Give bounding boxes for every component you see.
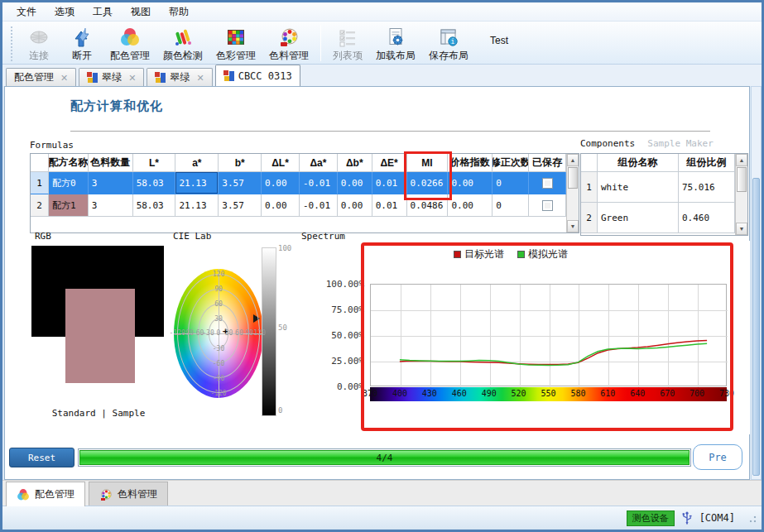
- column-header[interactable]: 组份名称: [598, 154, 679, 172]
- x-tick-label: 580: [565, 389, 591, 398]
- x-tick-label: 730: [714, 389, 740, 398]
- load-layout-icon: [385, 26, 406, 49]
- color-manage-button[interactable]: 色彩管理: [209, 23, 262, 63]
- scroll-down-icon[interactable]: ▼: [736, 223, 747, 235]
- components-tabs: Components Sample Maker: [580, 138, 714, 149]
- tab-cbcc-0313[interactable]: CBCC 0313: [215, 65, 300, 86]
- close-icon[interactable]: ✕: [60, 74, 68, 82]
- cielab-tick-label: 60: [207, 300, 230, 308]
- scroll-down-icon[interactable]: ▼: [567, 220, 579, 232]
- tab-color-matching[interactable]: 配色管理 ✕: [6, 68, 76, 86]
- menu-item[interactable]: 选项: [46, 2, 84, 21]
- x-tick-label: 610: [594, 389, 621, 398]
- pre-button[interactable]: Pre: [693, 444, 742, 470]
- menu-item[interactable]: 帮助: [160, 2, 198, 21]
- save-layout-button[interactable]: i 保存布局: [422, 23, 475, 63]
- column-header[interactable]: ΔL*: [262, 154, 300, 172]
- toolbar-label: 连接: [29, 49, 49, 62]
- column-header[interactable]: Δa*: [300, 154, 338, 172]
- scrollbar-thumb[interactable]: [752, 178, 760, 476]
- formula-row[interactable]: 2配方1358.0321.133.570.00-0.010.000.010.04…: [31, 194, 566, 217]
- formula-name-cell: 配方1: [49, 194, 89, 217]
- column-header[interactable]: b*: [219, 154, 262, 172]
- column-header[interactable]: 色料数量: [89, 154, 133, 172]
- component-row[interactable]: 2Green0.460: [581, 203, 735, 233]
- sample-maker-tab[interactable]: Sample Maker: [647, 138, 713, 149]
- colorant-manage-button[interactable]: 色料管理: [262, 23, 315, 63]
- column-header[interactable]: a*: [175, 154, 219, 172]
- cielab-tick-label: 90: [207, 285, 230, 293]
- toolbar-label: 列表项: [333, 49, 363, 62]
- checkbox[interactable]: [542, 200, 553, 211]
- column-header[interactable]: 修正次数: [493, 154, 529, 172]
- tab-cuilv-1[interactable]: 翠绿 ✕: [79, 68, 144, 86]
- legend-swatch: [454, 251, 461, 258]
- save-layout-icon: i: [438, 26, 459, 49]
- disconnect-button[interactable]: 断开: [60, 23, 103, 63]
- title-divider: [70, 131, 710, 132]
- progress-bar: 4/4: [78, 448, 691, 467]
- toolbar: 连接 断开 配色管理 颜色检测: [2, 22, 762, 65]
- components-scrollbar[interactable]: ▲ ▼: [735, 154, 747, 235]
- table-cell: 0.00: [448, 194, 493, 217]
- column-header[interactable]: [581, 154, 598, 172]
- checkbox[interactable]: [542, 178, 553, 189]
- formulas-panel-label: Formulas: [30, 140, 74, 151]
- close-icon[interactable]: ✕: [128, 74, 136, 82]
- column-header[interactable]: Δb*: [338, 154, 372, 172]
- x-tick-label: 400: [387, 389, 413, 398]
- table-cell: 0.01: [372, 172, 407, 194]
- table-cell: 0.0486: [407, 194, 449, 217]
- component-row[interactable]: 1white75.016: [581, 172, 735, 203]
- x-tick-label: 670: [654, 389, 680, 398]
- toolbar-label: 色彩管理: [216, 49, 256, 62]
- scrollbar-thumb[interactable]: [737, 167, 747, 192]
- components-tab-active[interactable]: Components: [580, 138, 635, 149]
- color-matching-button[interactable]: 配色管理: [103, 23, 156, 63]
- menu-item[interactable]: 文件: [7, 2, 46, 21]
- connect-button[interactable]: 连接: [17, 23, 60, 63]
- table-cell: 0.00: [448, 172, 493, 194]
- x-tick-label: 550: [536, 389, 562, 398]
- formula-row[interactable]: 1配方0358.0321.133.570.00-0.010.000.010.02…: [31, 172, 566, 194]
- x-tick-label: 520: [506, 389, 532, 398]
- spectrum-panel: 目标光谱模拟光谱 100.00%75.00%50.00%25.00%0.00% …: [296, 241, 750, 434]
- reset-button[interactable]: Reset: [9, 448, 74, 467]
- table-cell: 3: [89, 172, 133, 194]
- x-tick-label: 370: [357, 389, 383, 398]
- x-tick-label: 700: [684, 389, 710, 398]
- load-layout-button[interactable]: 加载布局: [369, 23, 422, 63]
- x-tick-label: 490: [476, 389, 502, 398]
- table-cell: -0.01: [300, 172, 338, 194]
- formula-name-cell: 配方0: [49, 172, 89, 194]
- formulas-scrollbar[interactable]: ▲ ▼: [566, 154, 579, 232]
- color-detect-button[interactable]: 颜色检测: [156, 23, 209, 63]
- column-header[interactable]: 配方名称: [49, 154, 89, 172]
- saved-cell: [529, 172, 566, 194]
- main-scrollbar[interactable]: [751, 86, 762, 480]
- column-header[interactable]: 价格指数: [448, 154, 493, 172]
- table-cell: 0.0266: [407, 172, 449, 194]
- column-header[interactable]: 已保存: [529, 154, 566, 172]
- scrollbar-thumb[interactable]: [568, 167, 578, 189]
- row-number: 2: [31, 194, 49, 217]
- column-header[interactable]: 组份比例: [679, 154, 735, 172]
- bottom-tab-colorant-manage[interactable]: 色料管理: [89, 482, 168, 506]
- column-header[interactable]: L*: [133, 154, 176, 172]
- table-cell: 58.03: [133, 194, 176, 217]
- resize-grip[interactable]: [747, 513, 757, 523]
- saved-cell: [529, 194, 566, 217]
- column-header[interactable]: [31, 154, 49, 172]
- menu-item[interactable]: 工具: [84, 2, 122, 21]
- close-icon[interactable]: ✕: [196, 74, 204, 82]
- tab-cuilv-2[interactable]: 翠绿 ✕: [147, 68, 212, 86]
- bottom-tab-color-matching[interactable]: 配色管理: [6, 482, 85, 506]
- scroll-up-icon[interactable]: ▲: [567, 154, 579, 166]
- column-header[interactable]: MI: [407, 154, 449, 172]
- menu-item[interactable]: 视图: [122, 2, 160, 21]
- list-items-button[interactable]: 列表项: [326, 23, 369, 63]
- status-bar: 测色设备 [COM4]: [2, 506, 762, 530]
- column-header[interactable]: ΔE*: [372, 154, 407, 172]
- legend-item: 目标光谱: [454, 247, 504, 261]
- scroll-up-icon[interactable]: ▲: [736, 154, 747, 166]
